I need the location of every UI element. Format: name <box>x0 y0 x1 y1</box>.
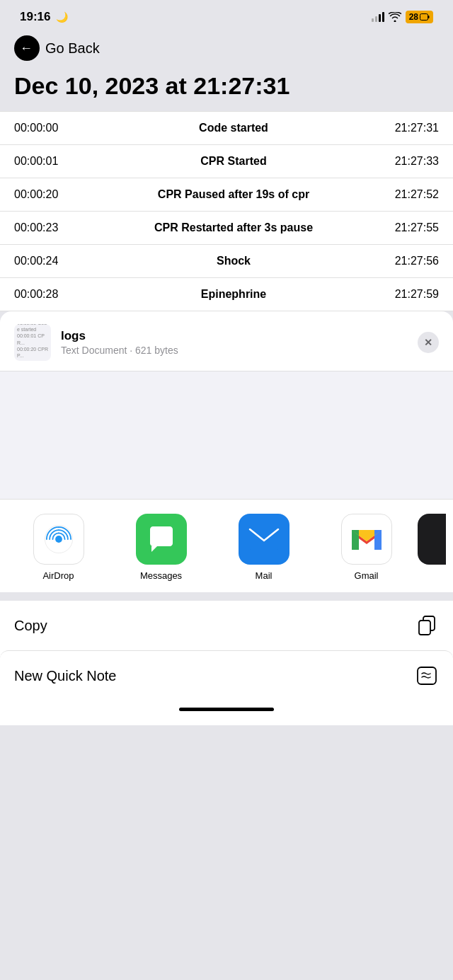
app-messages[interactable]: Messages <box>110 514 212 581</box>
log-time: 21:27:59 <box>382 288 439 301</box>
back-circle: ← <box>14 35 40 61</box>
new-quick-note-label: New Quick Note <box>14 668 117 684</box>
signal-icon <box>372 12 384 22</box>
quick-note-icon <box>415 664 439 688</box>
log-time: 21:27:56 <box>382 255 439 267</box>
file-info: logs Text Document · 621 bytes <box>61 329 408 356</box>
log-row: 00:00:20 CPR Paused after 19s of cpr 21:… <box>0 178 453 212</box>
log-row: 00:00:01 CPR Started 21:27:33 <box>0 145 453 178</box>
share-sheet: 00:00:00 Code started00:00:01 CPR...00:0… <box>0 311 453 701</box>
back-label: Go Back <box>45 40 100 57</box>
log-row: 00:00:00 Code started 21:27:31 <box>0 111 453 145</box>
svg-rect-0 <box>420 14 428 21</box>
app-partial[interactable] <box>418 514 446 581</box>
log-row: 00:00:28 Epinephrine 21:27:59 <box>0 278 453 311</box>
messages-icon <box>136 514 187 565</box>
log-elapsed: 00:00:20 <box>14 188 85 201</box>
gmail-label: Gmail <box>355 570 379 581</box>
airdrop-icon <box>33 514 84 565</box>
log-time: 21:27:55 <box>382 221 439 234</box>
log-time: 21:27:33 <box>382 155 439 168</box>
svg-rect-1 <box>428 16 430 18</box>
file-thumbnail: 00:00:00 Code started00:00:01 CPR...00:0… <box>14 324 51 361</box>
airdrop-label: AirDrop <box>42 570 74 581</box>
log-elapsed: 00:00:23 <box>14 221 85 234</box>
new-quick-note-action[interactable]: New Quick Note <box>0 650 453 701</box>
file-preview-card: 00:00:00 Code started00:00:01 CPR...00:0… <box>0 311 453 371</box>
app-mail[interactable]: Mail <box>212 514 315 581</box>
file-meta: Text Document · 621 bytes <box>61 345 408 356</box>
partial-app-icon <box>418 514 446 565</box>
page-title: Dec 10, 2023 at 21:27:31 <box>14 72 439 100</box>
file-thumb-text: 00:00:00 Code started00:00:01 CPR...00:0… <box>14 324 51 361</box>
svg-point-3 <box>55 536 62 543</box>
log-event: CPR Paused after 19s of cpr <box>85 188 382 201</box>
svg-rect-9 <box>419 621 430 635</box>
app-gmail[interactable]: Gmail <box>315 514 418 581</box>
status-icons: 28 <box>372 11 433 23</box>
log-event: CPR Restarted after 3s pause <box>85 221 382 234</box>
status-bar: 19:16 🌙 28 <box>0 0 453 30</box>
gmail-icon <box>341 514 392 565</box>
home-indicator <box>0 701 453 725</box>
log-event: Epinephrine <box>85 288 382 301</box>
action-section: Copy New Quick Note <box>0 601 453 701</box>
log-elapsed: 00:00:01 <box>14 155 85 168</box>
copy-icon <box>415 613 439 638</box>
apps-section: AirDrop Messages Mail <box>0 499 453 592</box>
log-event: CPR Started <box>85 155 382 168</box>
copy-label: Copy <box>14 618 47 634</box>
svg-rect-10 <box>418 667 436 684</box>
app-airdrop[interactable]: AirDrop <box>7 514 110 581</box>
messages-label: Messages <box>140 570 182 581</box>
log-elapsed: 00:00:00 <box>14 122 85 134</box>
wifi-icon <box>389 12 401 22</box>
status-time: 19:16 <box>20 10 50 24</box>
log-time: 21:27:52 <box>382 188 439 201</box>
close-share-button[interactable]: ✕ <box>418 332 439 353</box>
mail-icon <box>239 514 289 565</box>
copy-action[interactable]: Copy <box>0 601 453 650</box>
log-row: 00:00:24 Shock 21:27:56 <box>0 245 453 278</box>
log-time: 21:27:31 <box>382 122 439 134</box>
back-arrow-icon: ← <box>20 42 33 54</box>
close-icon: ✕ <box>424 337 432 348</box>
moon-icon: 🌙 <box>56 11 68 23</box>
back-button[interactable]: ← Go Back <box>14 35 100 61</box>
file-name: logs <box>61 329 408 343</box>
page-title-section: Dec 10, 2023 at 21:27:31 <box>0 69 453 111</box>
home-bar <box>179 708 274 711</box>
nav-bar: ← Go Back <box>0 30 453 69</box>
share-spacer <box>0 371 453 499</box>
log-elapsed: 00:00:24 <box>14 255 85 267</box>
log-event: Shock <box>85 255 382 267</box>
log-table: 00:00:00 Code started 21:27:31 00:00:01 … <box>0 111 453 311</box>
log-event: Code started <box>85 122 382 134</box>
battery-indicator: 28 <box>406 11 433 23</box>
apps-row: AirDrop Messages Mail <box>7 514 446 581</box>
log-elapsed: 00:00:28 <box>14 288 85 301</box>
log-row: 00:00:23 CPR Restarted after 3s pause 21… <box>0 212 453 245</box>
mail-label: Mail <box>256 570 273 581</box>
